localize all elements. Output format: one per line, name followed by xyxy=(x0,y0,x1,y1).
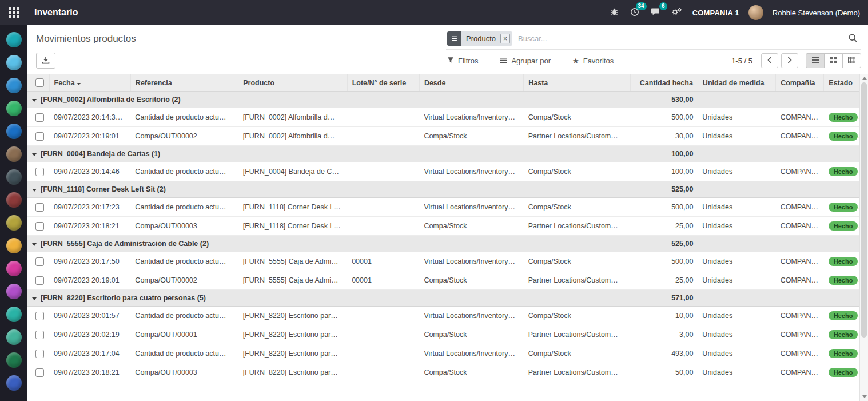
activities-button[interactable]: 34 xyxy=(629,6,640,19)
sidebar-app-icon-3[interactable] xyxy=(6,78,22,93)
group-label: [FURN_0004] Bandeja de Cartas (1) xyxy=(41,150,160,158)
sidebar-app-icon-4[interactable] xyxy=(6,101,22,116)
view-list-button[interactable] xyxy=(806,53,825,68)
group-by-button[interactable]: Agrupar por xyxy=(499,54,552,68)
group-row[interactable]: [FURN_8220] Escritorio para cuatro perso… xyxy=(27,290,859,307)
favorites-button[interactable]: ★ Favoritos xyxy=(571,54,615,68)
cell-fecha: 09/07/2023 20:01:57 xyxy=(49,307,130,325)
group-label-cell[interactable]: [FURN_5555] Caja de Administración de Ca… xyxy=(27,236,630,252)
vertical-scrollbar[interactable] xyxy=(859,74,868,401)
collapse-caret-icon[interactable] xyxy=(32,297,37,300)
cell-estado: Hecho xyxy=(824,325,859,344)
export-button[interactable] xyxy=(36,53,55,69)
table-row[interactable]: 09/07/2023 20:01:57Cantidad de producto … xyxy=(27,307,859,325)
sidebar-app-icon-16[interactable] xyxy=(6,375,22,391)
sidebar-app-icon-9[interactable] xyxy=(6,215,22,231)
cell-compania: COMPANIA… xyxy=(776,325,824,344)
collapse-caret-icon[interactable] xyxy=(32,243,37,246)
sidebar-app-icon-12[interactable] xyxy=(6,284,22,299)
table-row[interactable]: 09/07/2023 20:17:50Cantidad de producto … xyxy=(27,252,859,271)
group-label-cell[interactable]: [FURN_0004] Bandeja de Cartas (1) xyxy=(27,146,630,162)
sidebar-app-icon-11[interactable] xyxy=(6,261,22,276)
sidebar-app-icon-7[interactable] xyxy=(6,169,22,185)
sidebar-app-icon-5[interactable] xyxy=(6,124,22,139)
row-checkbox[interactable] xyxy=(35,312,44,320)
column-header-desde[interactable]: Desde xyxy=(419,74,523,92)
search-bar[interactable]: Producto × xyxy=(446,31,861,50)
column-header-lote-n-de-serie[interactable]: Lote/N° de serie xyxy=(347,74,419,92)
row-checkbox[interactable] xyxy=(35,132,44,141)
user-name[interactable]: Robbie Stevenson (Demo) xyxy=(773,9,860,17)
cell-compania: COMPANIA… xyxy=(776,217,824,236)
column-header-hasta[interactable]: Hasta xyxy=(524,74,630,92)
cell-unidad-de-medida: Unidades xyxy=(698,252,775,271)
group-row[interactable]: [FURN_5555] Caja de Administración de Ca… xyxy=(27,236,859,252)
debug-button[interactable] xyxy=(609,6,620,19)
user-avatar[interactable] xyxy=(748,5,763,20)
sidebar-app-icon-8[interactable] xyxy=(6,192,22,208)
column-header-unidad-de-medida[interactable]: Unidad de medida xyxy=(698,74,775,92)
row-checkbox[interactable] xyxy=(35,222,44,231)
view-pivot-button[interactable] xyxy=(842,53,861,68)
collapse-caret-icon[interactable] xyxy=(32,189,37,192)
row-checkbox[interactable] xyxy=(35,113,44,122)
table-row[interactable]: 09/07/2023 20:19:01Compa/OUT/00002[FURN_… xyxy=(27,127,859,146)
apps-menu-button[interactable] xyxy=(0,0,27,25)
row-checkbox[interactable] xyxy=(35,331,44,339)
column-header-estado[interactable]: Estado xyxy=(824,74,859,92)
pager-next-button[interactable] xyxy=(781,53,798,68)
sidebar-app-icon-13[interactable] xyxy=(6,307,22,322)
search-input[interactable] xyxy=(512,32,846,45)
sidebar-app-icon-15[interactable] xyxy=(6,352,22,368)
select-all-checkbox[interactable] xyxy=(35,78,44,87)
group-label-cell[interactable]: [FURN_0002] Alfombrilla de Escritorio (2… xyxy=(27,92,630,108)
scroll-down-arrow-icon[interactable] xyxy=(862,395,867,398)
table-row[interactable]: 09/07/2023 20:02:19Compa/OUT/00001[FURN_… xyxy=(27,325,859,344)
cell-referencia: Cantidad de producto actu… xyxy=(130,162,238,181)
sidebar-app-icon-1[interactable] xyxy=(6,32,22,47)
column-header-compa-a[interactable]: Compañía xyxy=(776,74,824,92)
collapse-caret-icon[interactable] xyxy=(32,99,37,102)
table-row[interactable]: 09/07/2023 20:18:21Compa/OUT/00003[FURN_… xyxy=(27,363,859,382)
cell-hasta: Compa/Stock xyxy=(524,252,630,271)
row-checkbox[interactable] xyxy=(35,368,44,377)
group-row[interactable]: [FURN_1118] Corner Desk Left Sit (2)525,… xyxy=(27,181,859,198)
sidebar-app-icon-6[interactable] xyxy=(6,146,22,162)
search-button[interactable] xyxy=(846,32,860,46)
status-badge: Hecho xyxy=(829,167,858,176)
sidebar-app-icon-10[interactable] xyxy=(6,238,22,253)
messages-button[interactable]: 6 xyxy=(650,6,661,19)
table-row[interactable]: 09/07/2023 20:14:46Cantidad de producto … xyxy=(27,162,859,181)
scrollbar-thumb[interactable] xyxy=(861,82,867,338)
sidebar-app-icon-2[interactable] xyxy=(6,55,22,70)
table-row[interactable]: 09/07/2023 20:17:23Cantidad de producto … xyxy=(27,198,859,217)
company-name[interactable]: COMPANIA 1 xyxy=(692,9,739,17)
view-kanban-button[interactable] xyxy=(824,53,843,68)
remove-facet-button[interactable]: × xyxy=(500,34,510,43)
table-row[interactable]: 09/07/2023 20:17:04Cantidad de producto … xyxy=(27,344,859,363)
row-checkbox[interactable] xyxy=(35,203,44,212)
table-row[interactable]: 09/07/2023 20:19:01Compa/OUT/00002[FURN_… xyxy=(27,271,859,290)
column-header-fecha[interactable]: Fecha xyxy=(49,74,130,92)
group-row[interactable]: [FURN_0004] Bandeja de Cartas (1)100,00 xyxy=(27,146,859,162)
column-header-cantidad-hecha[interactable]: Cantidad hecha xyxy=(630,74,698,92)
table-row[interactable]: 09/07/2023 20:14:3…Cantidad de producto … xyxy=(27,108,859,127)
status-badge: Hecho xyxy=(829,132,858,141)
row-checkbox[interactable] xyxy=(35,168,44,176)
filters-button[interactable]: Filtros xyxy=(446,54,479,68)
column-header-producto[interactable]: Producto xyxy=(238,74,347,92)
column-header-referencia[interactable]: Referencia xyxy=(130,74,238,92)
pager-previous-button[interactable] xyxy=(761,53,778,68)
table-row[interactable]: 09/07/2023 20:18:21Compa/OUT/00003[FURN_… xyxy=(27,217,859,236)
group-row[interactable]: [FURN_0002] Alfombrilla de Escritorio (2… xyxy=(27,92,859,108)
group-label-cell[interactable]: [FURN_8220] Escritorio para cuatro perso… xyxy=(27,290,630,307)
group-label-cell[interactable]: [FURN_1118] Corner Desk Left Sit (2) xyxy=(27,181,630,198)
collapse-caret-icon[interactable] xyxy=(32,153,37,156)
row-checkbox[interactable] xyxy=(35,257,44,266)
sidebar-app-icon-14[interactable] xyxy=(6,329,22,345)
row-checkbox[interactable] xyxy=(35,276,44,285)
scroll-up-arrow-icon[interactable] xyxy=(862,77,867,80)
row-checkbox[interactable] xyxy=(35,350,44,358)
cell-fecha: 09/07/2023 20:18:21 xyxy=(49,363,130,382)
technical-settings-button[interactable] xyxy=(670,6,683,19)
